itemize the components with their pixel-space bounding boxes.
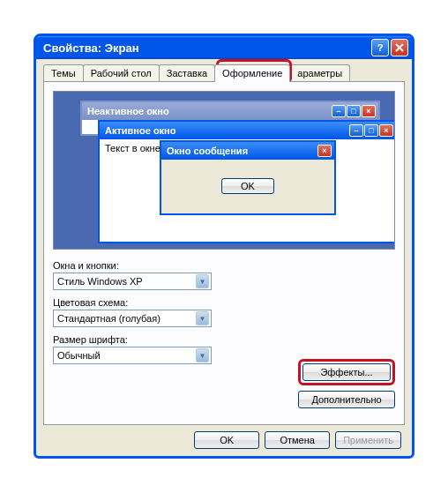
titlebar[interactable]: Свойства: Экран ? bbox=[36, 36, 412, 59]
msgbox-title: Окно сообщения bbox=[167, 146, 317, 156]
effects-highlight-annotation: Эффекты... bbox=[298, 359, 395, 385]
apply-button[interactable]: Применить bbox=[335, 431, 401, 449]
windows-buttons-label: Окна и кнопки: bbox=[53, 260, 395, 271]
dialog-buttons: OK Отмена Применить bbox=[194, 431, 401, 449]
ok-button[interactable]: OK bbox=[194, 431, 259, 449]
tab-params[interactable]: араметры bbox=[289, 64, 350, 81]
windows-buttons-dropdown[interactable]: Стиль Windows XP ▼ bbox=[53, 273, 212, 290]
font-size-dropdown[interactable]: Обычный ▼ bbox=[53, 347, 212, 364]
tab-panel: Неактивное окно – □ × Активное окно – □ … bbox=[43, 81, 405, 425]
side-buttons: Эффекты... Дополнительно bbox=[298, 359, 395, 408]
window-title: Свойства: Экран bbox=[43, 41, 370, 55]
help-button[interactable]: ? bbox=[371, 39, 389, 56]
chevron-down-icon: ▼ bbox=[196, 311, 209, 325]
chevron-down-icon: ▼ bbox=[196, 274, 209, 288]
tab-themes[interactable]: Темы bbox=[43, 64, 84, 81]
color-scheme-row: Цветовая схема: Стандартная (голубая) ▼ bbox=[53, 297, 395, 327]
font-size-value: Обычный bbox=[57, 350, 196, 361]
tab-strip: Темы Рабочий стол Заставка Оформление ар… bbox=[43, 64, 405, 81]
inactive-window-title: Неактивное окно bbox=[87, 106, 331, 116]
close-icon bbox=[395, 43, 404, 52]
tab-screensaver[interactable]: Заставка bbox=[159, 64, 215, 81]
maximize-icon: □ bbox=[364, 124, 378, 137]
style-preview: Неактивное окно – □ × Активное окно – □ … bbox=[53, 91, 395, 250]
maximize-icon: □ bbox=[347, 105, 361, 117]
windows-buttons-value: Стиль Windows XP bbox=[57, 276, 196, 287]
msgbox-ok-button: OK bbox=[221, 178, 274, 194]
active-window-title: Активное окно bbox=[105, 125, 348, 136]
close-icon: × bbox=[379, 124, 393, 137]
close-icon: × bbox=[362, 105, 376, 117]
minimize-icon: – bbox=[349, 124, 363, 137]
tab-desktop[interactable]: Рабочий стол bbox=[83, 64, 160, 81]
tab-appearance[interactable]: Оформление bbox=[214, 64, 290, 82]
font-size-label: Размер шрифта: bbox=[53, 334, 395, 345]
close-icon: × bbox=[317, 145, 332, 157]
color-scheme-dropdown[interactable]: Стандартная (голубая) ▼ bbox=[53, 310, 212, 327]
minimize-icon: – bbox=[332, 105, 346, 117]
close-button[interactable] bbox=[391, 39, 408, 56]
windows-buttons-row: Окна и кнопки: Стиль Windows XP ▼ bbox=[53, 260, 395, 290]
cancel-button[interactable]: Отмена bbox=[265, 431, 330, 449]
chevron-down-icon: ▼ bbox=[196, 348, 209, 362]
color-scheme-label: Цветовая схема: bbox=[53, 297, 395, 308]
effects-button[interactable]: Эффекты... bbox=[302, 363, 391, 381]
color-scheme-value: Стандартная (голубая) bbox=[57, 313, 196, 324]
advanced-button[interactable]: Дополнительно bbox=[298, 391, 395, 408]
preview-message-box: Окно сообщения × OK bbox=[160, 140, 336, 215]
display-properties-dialog: Свойства: Экран ? Темы Рабочий стол Заст… bbox=[34, 34, 414, 459]
